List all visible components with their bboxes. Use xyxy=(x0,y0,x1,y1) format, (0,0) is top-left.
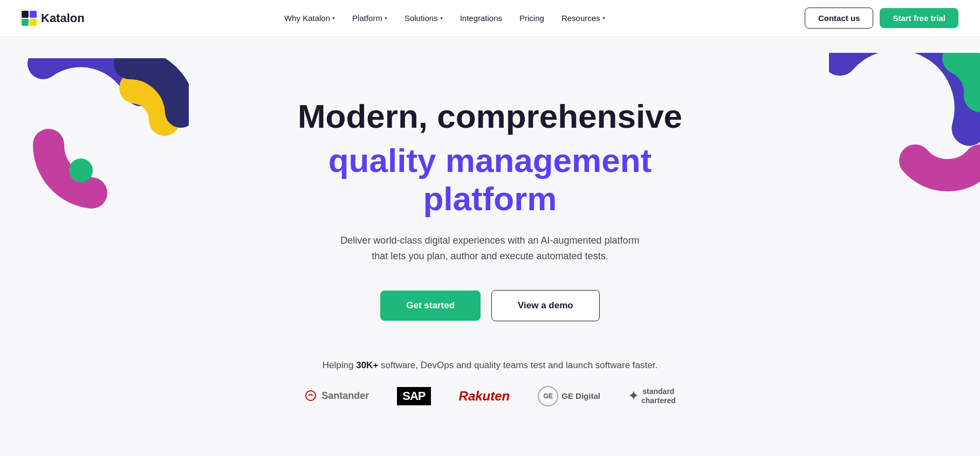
chevron-down-icon: ▾ xyxy=(602,15,605,21)
nav-item-resources[interactable]: Resources ▾ xyxy=(554,9,613,27)
santander-logo: Santander xyxy=(304,390,369,403)
katalon-logo-icon xyxy=(22,11,37,26)
svg-point-4 xyxy=(69,158,93,182)
hero-section: Modern, comprehensive quality management… xyxy=(0,37,980,456)
view-demo-button[interactable]: View a demo xyxy=(491,290,600,321)
svg-rect-0 xyxy=(22,11,29,18)
nav-item-pricing[interactable]: Pricing xyxy=(512,9,552,27)
nav-actions: Contact us Start free trial xyxy=(805,8,958,29)
hero-title-line1: Modern, comprehensive xyxy=(298,97,682,135)
rakuten-logo: Rakuten xyxy=(459,389,510,404)
hero-description: Deliver world-class digital experiences … xyxy=(334,233,647,264)
sc-icon: ✦ xyxy=(628,389,638,403)
partner-logos: Santander SAP Rakuten GE GE Digital ✦ st… xyxy=(304,386,675,406)
chevron-down-icon: ▾ xyxy=(385,15,387,21)
sap-logo: SAP xyxy=(397,387,430,405)
santander-icon xyxy=(304,390,317,403)
nav-item-integrations[interactable]: Integrations xyxy=(453,9,510,27)
chevron-down-icon: ▾ xyxy=(440,15,443,21)
contact-button[interactable]: Contact us xyxy=(805,8,874,29)
standard-chartered-logo: ✦ standardchartered xyxy=(628,387,676,405)
svg-rect-3 xyxy=(30,19,37,26)
social-proof-section: Helping 30K+ software, DevOps and qualit… xyxy=(304,360,675,406)
logo-link[interactable]: Katalon xyxy=(22,11,85,26)
hero-title-line2: quality management platform xyxy=(269,141,711,218)
deco-left xyxy=(22,58,189,209)
svg-rect-1 xyxy=(30,11,37,18)
hero-cta-group: Get started View a demo xyxy=(380,290,599,321)
chevron-down-icon: ▾ xyxy=(332,15,335,21)
get-started-button[interactable]: Get started xyxy=(380,291,481,321)
logo-text: Katalon xyxy=(41,11,85,25)
navbar: Katalon Why Katalon ▾ Platform ▾ Solutio… xyxy=(0,0,980,37)
ge-digital-logo: GE GE Digital xyxy=(538,386,600,406)
nav-item-solutions[interactable]: Solutions ▾ xyxy=(397,9,450,27)
deco-right xyxy=(829,53,980,204)
social-proof-text: Helping 30K+ software, DevOps and qualit… xyxy=(323,360,657,371)
nav-links: Why Katalon ▾ Platform ▾ Solutions ▾ Int… xyxy=(277,9,613,27)
nav-item-platform[interactable]: Platform ▾ xyxy=(345,9,395,27)
start-trial-button[interactable]: Start free trial xyxy=(880,8,958,28)
svg-rect-2 xyxy=(22,19,29,26)
nav-item-why-katalon[interactable]: Why Katalon ▾ xyxy=(277,9,342,27)
